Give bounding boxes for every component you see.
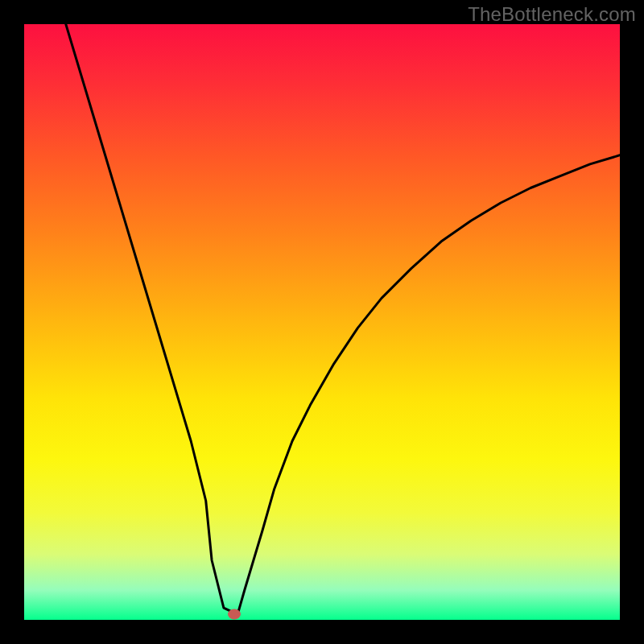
- curve-layer: [24, 24, 620, 620]
- chart-frame: TheBottleneck.com: [0, 0, 644, 644]
- bottleneck-curve: [66, 24, 620, 612]
- watermark-text: TheBottleneck.com: [468, 3, 636, 26]
- plot-area: [24, 24, 620, 620]
- minimum-marker: [228, 609, 241, 619]
